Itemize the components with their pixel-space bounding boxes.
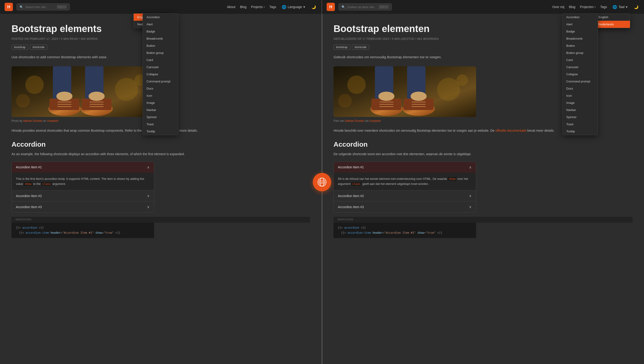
right-search-input[interactable] — [347, 5, 377, 9]
left-tag-navbar[interactable]: Navbar — [143, 106, 178, 114]
right-hero-image-inner — [334, 66, 476, 117]
right-tag-accordion[interactable]: Accordion — [562, 14, 598, 21]
left-accordion-header-2[interactable]: Accordion Item #2 ∨ — [12, 190, 154, 201]
left-search-box[interactable]: 🔍 Ctrl + / — [16, 4, 70, 10]
right-tag-buttongroup[interactable]: Button group — [562, 49, 598, 56]
left-tag-button[interactable]: Button — [143, 42, 178, 49]
left-code-line-2: {{< accordion-item header="Accordion Ite… — [16, 230, 150, 235]
left-tag-card[interactable]: Card — [143, 56, 178, 64]
right-accordion-item-2: Accordion Item #2 ∨ — [334, 190, 476, 201]
left-accordion-label-1: Accordion Item #1 — [16, 165, 42, 169]
left-navbar: H 🔍 Ctrl + / About Blog Projects ▾ Tags … — [0, 0, 322, 14]
right-nav-blog[interactable]: Blog — [569, 5, 576, 9]
left-tag-collapse[interactable]: Collapse — [143, 71, 178, 78]
left-tag-tooltip[interactable]: Tooltip — [143, 128, 178, 135]
right-tag-bootstrap[interactable]: bootstrap — [334, 45, 350, 50]
right-accordion-header-3[interactable]: Accordion Item #3 ∨ — [334, 201, 476, 212]
right-tag-image[interactable]: Image — [562, 99, 598, 106]
left-tag-breadcrumb[interactable]: Breadcrumb — [143, 35, 178, 42]
right-tag-spinner[interactable]: Spinner — [562, 114, 598, 121]
left-accordion-header-1[interactable]: Accordion Item #1 ∧ — [12, 162, 154, 173]
right-site-logo[interactable]: H — [326, 3, 335, 11]
left-tag-accordion[interactable]: Accordion — [143, 14, 178, 21]
right-tag-commandprompt[interactable]: Command prompt — [562, 78, 598, 85]
left-search-input[interactable] — [25, 5, 55, 9]
left-language-chevron: ▾ — [303, 5, 305, 9]
left-markdown-label: MARKDOWN — [12, 216, 310, 223]
left-accordion-item-1: Accordion Item #1 ∧ This is the first it… — [12, 162, 154, 190]
right-photo-author-link[interactable]: Nathan Dumlao — [345, 119, 364, 123]
svg-point-36 — [338, 94, 352, 108]
right-tag-breadcrumb[interactable]: Breadcrumb — [562, 35, 598, 42]
left-nav-projects[interactable]: Projects ▾ — [251, 5, 265, 9]
left-code-block: {{< accordion >}} {{< accordion-item hea… — [12, 223, 154, 238]
left-theme-toggle[interactable]: 🌙 — [310, 4, 317, 10]
right-docs-link[interactable]: officiële documentatie — [496, 129, 526, 132]
left-tag-docs[interactable]: Docs — [143, 85, 178, 92]
right-accordion-item-1: Accordion Item #1 ∧ Dit is de inhoud van… — [334, 162, 476, 190]
left-site-logo[interactable]: H — [4, 3, 13, 11]
right-language-button[interactable]: 🌐 Taal ▾ — [611, 4, 629, 10]
left-tag-toast[interactable]: Toast — [143, 121, 178, 128]
left-nav-about[interactable]: About — [227, 5, 236, 9]
right-tag-alert[interactable]: Alert — [562, 21, 598, 28]
left-photo-author-link[interactable]: Nathan Dumlao — [23, 119, 42, 123]
right-code-line-1: {{< accordion >}} — [338, 225, 472, 230]
left-tag-icon[interactable]: Icon — [143, 92, 178, 99]
right-tag-collapse[interactable]: Collapse — [562, 71, 598, 78]
right-accordion-header-2[interactable]: Accordion Item #2 ∨ — [334, 190, 476, 201]
right-nav-projects[interactable]: Projecten ▾ — [580, 5, 596, 9]
right-theme-toggle[interactable]: 🌙 — [633, 4, 640, 10]
right-tag-button[interactable]: Button — [562, 42, 598, 49]
right-code-block: {{< accordion >}} {{< accordion-item hea… — [334, 223, 476, 238]
search-icon: 🔍 — [20, 5, 23, 9]
left-tag-shortcode[interactable]: shortcode — [30, 45, 47, 50]
right-globe-icon: 🌐 — [612, 5, 617, 9]
right-accordion-chevron-1: ∧ — [469, 165, 472, 169]
left-tag-buttongroup[interactable]: Button group — [143, 49, 178, 56]
svg-point-15 — [25, 76, 44, 94]
left-tag-spinner[interactable]: Spinner — [143, 114, 178, 121]
right-tag-navbar[interactable]: Navbar — [562, 106, 598, 114]
right-accordion-header-1[interactable]: Accordion Item #1 ∧ — [334, 162, 476, 173]
right-accordion: Accordion Item #1 ∧ Dit is de inhoud van… — [334, 162, 476, 212]
right-tag-icon[interactable]: Icon — [562, 92, 598, 99]
right-tag-tooltip[interactable]: Tooltip — [562, 128, 598, 135]
right-nav-overmij[interactable]: Over mij — [552, 5, 564, 9]
right-tag-docs[interactable]: Docs — [562, 85, 598, 92]
left-accordion-desc: As an example, the following shortcode d… — [12, 152, 310, 157]
left-nav-blog[interactable]: Blog — [240, 5, 246, 9]
left-tag-alert[interactable]: Alert — [143, 21, 178, 28]
right-tag-card[interactable]: Card — [562, 56, 598, 64]
right-navbar: H 🔍 Ctrl + / Over mij Blog Projecten ▾ T… — [322, 0, 644, 14]
svg-point-35 — [437, 78, 460, 101]
left-language-button[interactable]: 🌐 Language ▾ — [280, 4, 307, 10]
left-nav-tags[interactable]: Tags — [269, 5, 276, 9]
language-switcher-globe[interactable] — [313, 173, 331, 191]
left-accordion: Accordion Item #1 ∧ This is the first it… — [12, 162, 154, 212]
right-lang-dutch[interactable]: Nederlands — [595, 21, 630, 28]
left-tag-image[interactable]: Image — [143, 99, 178, 106]
left-accordion-chevron-1: ∧ — [147, 165, 150, 169]
right-search-shortcut: Ctrl + / — [379, 5, 389, 9]
right-nav-tags[interactable]: Tags — [600, 5, 607, 9]
right-search-box[interactable]: 🔍 Ctrl + / — [338, 4, 392, 10]
left-photo-source-link[interactable]: Unsplash — [47, 119, 58, 123]
left-tag-badge[interactable]: Badge — [143, 28, 178, 35]
right-tag-shortcode[interactable]: shortcode — [352, 45, 369, 50]
right-tag-carousel[interactable]: Carousel — [562, 64, 598, 71]
left-hero-image-inner — [12, 66, 154, 117]
left-tag-carousel[interactable]: Carousel — [143, 64, 178, 71]
right-tag-toast[interactable]: Toast — [562, 121, 598, 128]
left-tag-commandprompt[interactable]: Command prompt — [143, 78, 178, 85]
right-accordion-chevron-2: ∨ — [469, 194, 472, 198]
left-accordion-header-3[interactable]: Accordion Item #3 ∨ — [12, 201, 154, 212]
right-tag-badge[interactable]: Badge — [562, 28, 598, 35]
left-projects-chevron: ▾ — [264, 6, 265, 8]
right-photo-source-link[interactable]: Unsplash — [369, 119, 381, 123]
right-language-chevron: ▾ — [626, 5, 628, 9]
left-tag-bootstrap[interactable]: bootstrap — [12, 45, 28, 50]
right-lang-english[interactable]: English — [595, 14, 630, 21]
right-accordion-desc: De volgende shortcode toont een accordio… — [334, 152, 632, 157]
left-code-line-1: {{< accordion >}} — [16, 225, 150, 230]
